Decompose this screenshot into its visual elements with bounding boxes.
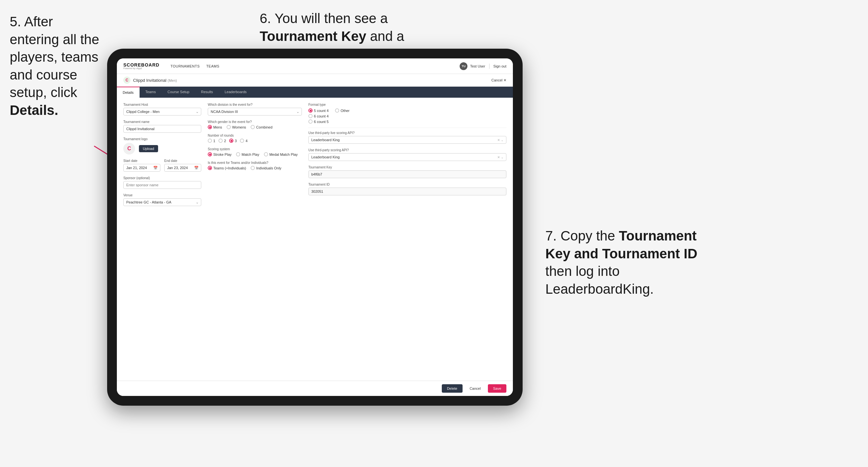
format-other-label: Other [341, 109, 350, 113]
delete-button[interactable]: Delete [442, 384, 463, 393]
tournament-bar: C Clippd Invitational (Men) Cancel ✕ [117, 74, 513, 87]
logo-area: SCOREBOARD Powered by clippd [123, 63, 159, 69]
upload-button[interactable]: Upload [139, 145, 158, 152]
format-6count5-label: 6 count 5 [314, 120, 329, 124]
third-party-live-value: Leaderboard King [311, 138, 340, 142]
rounds-label: Number of rounds [208, 134, 302, 137]
gender-combined-radio[interactable] [251, 125, 255, 129]
tab-details[interactable]: Details [117, 87, 140, 98]
user-name: Test User [470, 64, 485, 68]
tab-course-setup[interactable]: Course Setup [162, 87, 195, 98]
tournament-host-select[interactable]: Clippd College - Men [123, 108, 201, 116]
scoring-match[interactable]: Match Play [236, 152, 259, 156]
rounds-2-radio[interactable] [218, 138, 223, 143]
tab-results[interactable]: Results [195, 87, 219, 98]
format-6count4-label: 6 count 4 [314, 114, 329, 118]
tournament-name-input[interactable] [123, 125, 201, 133]
scoring-medal-radio[interactable] [264, 152, 268, 156]
teams-plus-individuals[interactable]: Teams (+Individuals) [208, 166, 246, 170]
format-other-radio[interactable] [335, 108, 339, 113]
cancel-tournament-btn[interactable]: Cancel ✕ [492, 78, 506, 83]
tournament-host-group: Tournament Host Clippd College - Men [123, 103, 201, 116]
division-select-wrapper: NCAA Division III [208, 108, 302, 116]
tournament-host-label: Tournament Host [123, 103, 201, 106]
scoring-radio-group: Stroke Play Match Play Medal Match Play [208, 152, 302, 156]
sponsor-input[interactable] [123, 181, 201, 189]
format-other[interactable]: Other [335, 108, 350, 113]
rounds-radio-group: 1 2 3 4 [208, 138, 302, 143]
tournament-key-bold: Tournament Key [260, 29, 366, 44]
tournament-id-group: Tournament ID [308, 183, 506, 195]
third-party-scoring-clear[interactable]: ✕ ⌄ [497, 155, 503, 159]
col-left: Tournament Host Clippd College - Men Tou… [123, 103, 201, 375]
date-row: Start date 📅 End date 📅 [123, 159, 201, 172]
gender-combined[interactable]: Combined [251, 125, 272, 129]
annotation-left-text: 5. After entering all the players, teams… [10, 14, 99, 118]
format-6count5[interactable]: 6 count 5 [308, 119, 329, 124]
format-6count4-radio[interactable] [308, 114, 313, 118]
logo-upload-area: C Upload [123, 143, 201, 154]
third-party-live-group: Use third-party live scoring API? Leader… [308, 131, 506, 144]
scoring-stroke-radio[interactable] [208, 152, 212, 156]
tab-teams[interactable]: Teams [140, 87, 162, 98]
format-row-3: 6 count 5 [308, 119, 506, 124]
rounds-3[interactable]: 3 [229, 138, 237, 143]
tournament-id-input[interactable] [308, 188, 506, 195]
scoring-medal[interactable]: Medal Match Play [264, 152, 298, 156]
main-content: Tournament Host Clippd College - Men Tou… [117, 98, 513, 381]
annotation-left: 5. After entering all the players, teams… [10, 13, 104, 119]
rounds-1-radio[interactable] [208, 138, 212, 143]
third-party-live-select[interactable]: Leaderboard King ✕ ⌄ [308, 136, 506, 144]
gender-mens-radio[interactable] [208, 125, 212, 129]
venue-select[interactable]: Peachtree GC - Atlanta - GA [123, 198, 201, 206]
logo-circle: C [123, 143, 135, 154]
format-6count4[interactable]: 6 count 4 [308, 114, 329, 118]
rounds-group: Number of rounds 1 2 3 [208, 134, 302, 143]
rounds-2-label: 2 [224, 139, 226, 143]
copy-bold: Tournament Key and Tournament ID [545, 228, 697, 261]
nav-teams[interactable]: TEAMS [206, 63, 219, 69]
save-button[interactable]: Save [488, 384, 506, 393]
third-party-scoring-select[interactable]: Leaderboard King ✕ ⌄ [308, 153, 506, 161]
tournament-key-input[interactable] [308, 170, 506, 178]
gender-group: Which gender is the event for? Mens Wome… [208, 120, 302, 129]
cancel-button[interactable]: Cancel [466, 384, 485, 393]
gender-womens-radio[interactable] [226, 125, 231, 129]
format-label: Format type [308, 103, 506, 106]
scoring-match-radio[interactable] [236, 152, 240, 156]
tab-leaderboards[interactable]: Leaderboards [219, 87, 252, 98]
tablet: SCOREBOARD Powered by clippd TOURNAMENTS… [107, 49, 523, 406]
venue-select-wrapper: Peachtree GC - Atlanta - GA [123, 198, 201, 206]
format-5count4[interactable]: 5 count 4 [308, 108, 329, 113]
annotation-bottom-right: 7. Copy the Tournament Key and Tournamen… [545, 227, 708, 298]
rounds-4[interactable]: 4 [240, 138, 247, 143]
rounds-3-radio[interactable] [229, 138, 234, 143]
teams-only-radio[interactable] [251, 166, 255, 170]
scoring-stroke[interactable]: Stroke Play [208, 152, 231, 156]
annotation-bottom-right-text: 7. Copy the Tournament Key and Tournamen… [545, 228, 697, 297]
gender-womens[interactable]: Womens [226, 125, 246, 129]
scoring-stroke-label: Stroke Play [213, 153, 231, 156]
sign-out-link[interactable]: Sign out [493, 64, 506, 68]
third-party-live-clear[interactable]: ✕ ⌄ [497, 138, 503, 142]
gender-mens[interactable]: Mens [208, 125, 222, 129]
format-5count4-radio[interactable] [308, 108, 313, 113]
nav-links: TOURNAMENTS TEAMS [170, 63, 219, 69]
logo-text: SCOREBOARD [123, 63, 159, 67]
end-date-group: End date 📅 [164, 159, 201, 172]
third-party-scoring-value: Leaderboard King [311, 155, 340, 159]
rounds-4-radio[interactable] [240, 138, 244, 143]
tournament-id-label: Tournament ID [308, 183, 506, 186]
venue-label: Venue [123, 193, 201, 197]
tournament-icon: C [123, 76, 130, 84]
rounds-1[interactable]: 1 [208, 138, 215, 143]
format-section: Format type 5 count 4 Other [308, 103, 506, 124]
format-6count5-radio[interactable] [308, 119, 313, 124]
nav-tournaments[interactable]: TOURNAMENTS [170, 63, 199, 69]
teams-individuals-only[interactable]: Individuals Only [251, 166, 281, 170]
division-select[interactable]: NCAA Division III [208, 108, 302, 116]
division-group: Which division is the event for? NCAA Di… [208, 103, 302, 116]
tablet-screen: SCOREBOARD Powered by clippd TOURNAMENTS… [117, 58, 513, 396]
rounds-2[interactable]: 2 [218, 138, 226, 143]
teams-plus-radio[interactable] [208, 166, 212, 170]
